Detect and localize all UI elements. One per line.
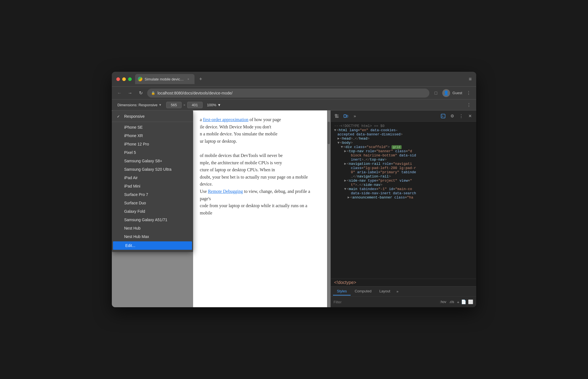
- close-button[interactable]: [116, 77, 120, 81]
- devtools-bottom-panel: Styles Computed Layout » :hov .cls + 📄 ⬜: [331, 286, 476, 307]
- devtools-filter-bar: :hov .cls + 📄 ⬜: [331, 297, 476, 307]
- new-stylesheet-button[interactable]: 📄: [461, 299, 466, 304]
- filter-pseudo-label: :hov: [440, 300, 446, 304]
- tree-line-top-nav[interactable]: ► <top-nav role="banner" class="d: [344, 149, 473, 153]
- more-tabs-button[interactable]: »: [394, 288, 401, 295]
- viewport-scrollbar[interactable]: [327, 110, 330, 307]
- devtools-more-button[interactable]: ⋮: [457, 112, 465, 120]
- dropdown-item-label: Galaxy Fold: [124, 209, 145, 214]
- tab-close-button[interactable]: ×: [186, 77, 191, 81]
- forward-button[interactable]: →: [126, 89, 134, 97]
- scrollbar-thumb[interactable]: [328, 122, 330, 144]
- user-avatar[interactable]: 👤: [442, 89, 450, 97]
- more-options-button[interactable]: ⋮: [465, 101, 473, 109]
- dropdown-item-label: iPhone 12 Pro: [124, 142, 149, 146]
- size-separator: ×: [183, 103, 186, 107]
- back-button[interactable]: ←: [115, 89, 124, 97]
- title-bar: Simulate mobile devices with D × + ≡: [112, 72, 476, 86]
- tree-line-nav-rail-cont2: 0" aria-label="primary" tabinde: [351, 170, 473, 174]
- dropdown-item-surface-pro[interactable]: Surface Pro 7: [112, 190, 193, 199]
- tree-line-head[interactable]: ► <head> … </head>: [337, 137, 473, 141]
- filter-cls-label: .cls: [449, 300, 454, 304]
- dropdown-item-iphone-se[interactable]: iPhone SE: [112, 123, 193, 131]
- tab-layout[interactable]: Layout: [375, 287, 394, 295]
- active-tab[interactable]: Simulate mobile devices with D ×: [135, 74, 195, 84]
- dropdown-item-label: Samsung Galaxy S20 Ultra: [124, 167, 172, 172]
- devtools-panel: » >_ ⚙ ⋮ ✕ ···<!DOCTYPE html> == $0: [330, 110, 476, 307]
- grid-badge: grid: [392, 145, 402, 149]
- tree-line-nav-rail[interactable]: ► <navigation-rail role="navigati: [344, 162, 473, 166]
- dropdown-item-label: Edit...: [125, 243, 135, 248]
- dropdown-item-iphone-xr[interactable]: iPhone XR: [112, 131, 193, 140]
- chrome-icon: [138, 77, 142, 81]
- reload-button[interactable]: ↻: [136, 89, 145, 97]
- dropdown-item-pixel-5[interactable]: Pixel 5: [112, 148, 193, 157]
- chrome-menu-button[interactable]: ⋮: [464, 89, 473, 97]
- page-text: code from your laptop or desktop while i…: [200, 202, 320, 216]
- dropdown-item-iphone-12-pro[interactable]: iPhone 12 Pro: [112, 140, 193, 148]
- tree-line-body[interactable]: ▼ <body>: [337, 141, 473, 145]
- tree-line-side-nav-cont: t">…</side-nav>: [351, 183, 473, 187]
- width-input[interactable]: [166, 102, 182, 108]
- tree-line-top-nav-cont: block hairline-bottom" data-sid: [351, 154, 473, 158]
- dropdown-divider: [112, 122, 193, 122]
- close-devtools-button[interactable]: ✕: [466, 112, 474, 120]
- lock-icon: 🔒: [151, 91, 155, 95]
- dropdown-item-label: Pixel 5: [124, 150, 136, 155]
- cast-button[interactable]: □: [432, 89, 440, 97]
- more-panels-button[interactable]: »: [351, 112, 359, 120]
- dropdown-item-surface-duo[interactable]: Surface Duo: [112, 199, 193, 207]
- tree-line-main[interactable]: ▼ <main tabindex="-1" id="main-co: [344, 187, 473, 191]
- console-button[interactable]: >_: [439, 112, 447, 120]
- zoom-label: 100%: [207, 103, 216, 107]
- tree-line-div-scaffold[interactable]: ▼ <div class="scaffold"> grid: [341, 145, 473, 149]
- window-menu-button[interactable]: ≡: [469, 76, 472, 82]
- tree-line-side-nav[interactable]: ► <side-nav type="project" view=": [344, 179, 473, 183]
- dropdown-item-edit[interactable]: Edit...: [113, 241, 192, 250]
- dropdown-item-galaxy-fold[interactable]: Galaxy Fold: [112, 207, 193, 216]
- svg-rect-4: [344, 115, 346, 117]
- tab-computed[interactable]: Computed: [351, 287, 375, 295]
- html-tree: ···<!DOCTYPE html> == $0 ▼ <html lang="e…: [331, 122, 476, 279]
- dropdown-item-nest-hub[interactable]: Nest Hub: [112, 224, 193, 232]
- minimize-button[interactable]: [122, 77, 126, 81]
- add-style-rule-button[interactable]: +: [457, 300, 459, 304]
- toggle-device-button[interactable]: ⬜: [468, 299, 473, 304]
- device-mode-button[interactable]: [342, 112, 350, 120]
- navigation-bar: ← → ↻ 🔒 localhost:8080/docs/devtools/dev…: [112, 86, 476, 99]
- dimensions-label: Dimensions: Responsive: [117, 103, 158, 107]
- devtools-top-bar: » >_ ⚙ ⋮ ✕: [331, 110, 476, 122]
- dropdown-item-ipad-air[interactable]: iPad Air: [112, 174, 193, 182]
- inspect-element-button[interactable]: [333, 112, 341, 120]
- tree-line-html[interactable]: ▼ <html lang="en" data-cookies-: [334, 128, 473, 132]
- height-input[interactable]: [187, 102, 203, 108]
- svg-rect-0: [335, 114, 337, 116]
- tree-line-doctype: ···<!DOCTYPE html> == $0: [334, 124, 473, 128]
- dropdown-item-samsung-a51[interactable]: Samsung Galaxy A51/71: [112, 216, 193, 224]
- tree-line-nav-rail-cont: class="lg:pad-left-200 lg:pad-r: [351, 166, 473, 170]
- maximize-button[interactable]: [128, 77, 132, 81]
- dropdown-item-label: Nest Hub Max: [124, 234, 149, 239]
- remote-debugging-link[interactable]: Remote Debugging: [208, 189, 243, 194]
- settings-button[interactable]: ⚙: [448, 112, 456, 120]
- tree-line-announcement[interactable]: ► <announcement-banner class="ha: [348, 196, 473, 200]
- dropdown-item-label: iPad Air: [124, 175, 138, 180]
- dimensions-selector[interactable]: Dimensions: Responsive ▼: [115, 102, 164, 108]
- dropdown-item-samsung-s20[interactable]: Samsung Galaxy S20 Ultra: [112, 165, 193, 174]
- device-dropdown-menu: ✓ Responsive iPhone SE iPhone XR iPhone …: [112, 110, 193, 252]
- dropdown-item-nest-hub-max[interactable]: Nest Hub Max: [112, 232, 193, 241]
- dropdown-item-label: Surface Pro 7: [124, 192, 148, 197]
- new-tab-button[interactable]: +: [197, 75, 205, 83]
- dropdown-item-samsung-s8[interactable]: Samsung Galaxy S8+: [112, 157, 193, 165]
- address-bar[interactable]: 🔒 localhost:8080/docs/devtools/device-mo…: [147, 89, 429, 98]
- dropdown-item-label: Samsung Galaxy A51/71: [124, 218, 167, 222]
- dropdown-item-ipad-mini[interactable]: iPad Mini: [112, 182, 193, 190]
- page-text: ile device. With Device Mode you don't: [200, 123, 320, 131]
- page-text: ur laptop or desktop.: [200, 138, 320, 145]
- first-order-link[interactable]: first-order approximation: [203, 117, 248, 122]
- filter-input[interactable]: [334, 300, 437, 304]
- doctype-bottom: <!doctype>: [331, 279, 476, 286]
- tab-styles[interactable]: Styles: [333, 287, 351, 295]
- zoom-selector[interactable]: 100% ▼: [205, 102, 223, 108]
- dropdown-item-responsive[interactable]: ✓ Responsive: [112, 112, 193, 121]
